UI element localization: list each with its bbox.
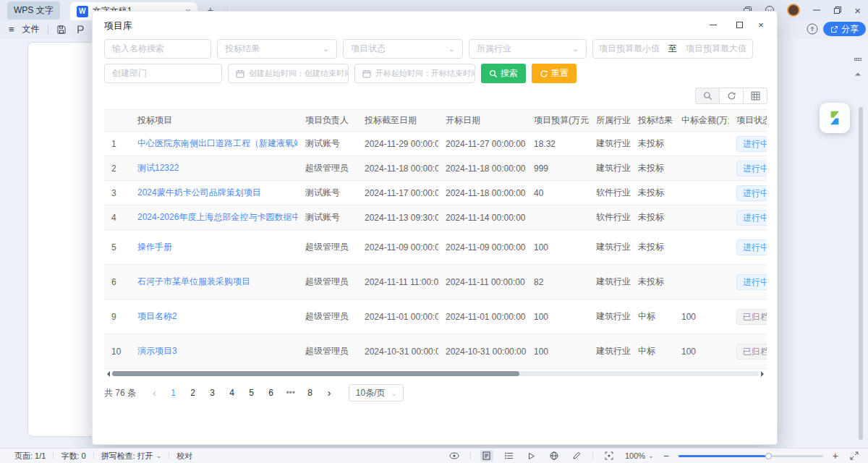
next-page-icon[interactable]: › [322, 387, 337, 399]
table-cell: 2024-11-01 00:00:00 [438, 312, 527, 322]
cloud-sync-icon[interactable] [806, 22, 819, 35]
scrollbar-thumb[interactable] [112, 371, 519, 376]
dialog-close-icon[interactable]: × [754, 18, 768, 31]
chevron-down-icon: ⌄ [391, 389, 397, 397]
window-restore-icon[interactable] [833, 6, 842, 14]
outline-view-icon[interactable] [503, 450, 516, 462]
project-link[interactable]: 2024-2026年度上海总部金控与卡园数据中心食材供应服务 [130, 211, 298, 224]
export-pdf-icon[interactable] [75, 25, 85, 35]
page-view-icon[interactable] [480, 450, 493, 462]
page-number[interactable]: 3 [205, 388, 221, 398]
create-time-placeholder: 创建起始时间：创建结束时间 [249, 68, 349, 79]
prev-page-icon[interactable]: ‹ [147, 387, 162, 399]
table-cell: 100 [527, 347, 589, 357]
table-row: 10演示项目3超级管理员2024-10-31 00:00:002024-10-3… [104, 334, 767, 369]
menu-icon[interactable]: ≡ [9, 24, 14, 35]
project-status-select[interactable]: 项目状态⌄ [343, 39, 463, 59]
chevron-down-icon: ⌄ [448, 44, 455, 54]
project-link[interactable]: 2024蒙牛奶卡公司品牌策划项目 [130, 187, 298, 199]
page-number[interactable]: 4 [224, 388, 240, 398]
budget-range-input[interactable]: 项目预算最小值 至 项目预算最大值 [592, 39, 753, 59]
total-count-label: 共 76 条 [104, 387, 136, 399]
scroll-right-icon[interactable] [761, 371, 767, 377]
dialog-maximize-icon[interactable] [732, 18, 746, 31]
play-view-icon[interactable] [525, 450, 538, 462]
page-ellipsis[interactable]: ••• [283, 388, 299, 398]
fit-page-icon[interactable] [603, 450, 616, 462]
project-link[interactable]: 石河子市某单位服装采购项目 [130, 276, 298, 288]
search-button[interactable]: 搜索 [481, 64, 526, 83]
table-cell: 2024-11-18 00:00:00 [438, 188, 527, 198]
dialog-minimize-icon[interactable] [706, 18, 720, 31]
fullscreen-icon[interactable] [848, 450, 861, 462]
table-cell: 进行中 [729, 185, 767, 201]
zoom-in-icon[interactable]: + [833, 450, 838, 462]
table-header-row: 投标项目项目负责人投标截至日期开标日期项目预算(万元)所属行业投标结果中标金额(… [104, 110, 767, 132]
column-header: 投标结果 [631, 114, 674, 127]
project-link[interactable]: 测试12322 [130, 162, 298, 174]
project-link[interactable]: 演示项目3 [130, 345, 298, 357]
save-icon[interactable] [56, 25, 67, 35]
zoom-out-icon[interactable]: − [663, 450, 669, 462]
table-columns-button[interactable] [743, 88, 767, 104]
table-cell: 82 [527, 277, 589, 287]
web-layout-icon[interactable] [548, 450, 561, 462]
status-badge: 进行中 [736, 210, 767, 226]
share-button[interactable]: 分享 [823, 22, 866, 36]
table-cell: 100 [527, 312, 589, 322]
status-badge: 进行中 [736, 136, 767, 152]
page-number[interactable]: 1 [166, 388, 182, 398]
window-close-icon[interactable]: × [854, 4, 861, 17]
scroll-left-icon[interactable] [104, 371, 110, 377]
wps-home-button[interactable]: WPS 文字 [7, 1, 60, 20]
horizontal-scrollbar[interactable] [104, 370, 767, 377]
industry-select[interactable]: 所属行业⌄ [469, 39, 587, 59]
reset-button[interactable]: 重置 [532, 64, 576, 83]
table-row: 2测试12322超级管理员2024-11-18 00:00:002024-11-… [104, 156, 767, 181]
column-header: 投标项目 [130, 114, 298, 127]
window-minimize-icon[interactable] [812, 6, 821, 14]
table-cell: 2024-11-17 00:00:00 [357, 188, 438, 198]
spellcheck-toggle[interactable]: 拼写检查: 打开⌄ [94, 451, 169, 462]
table-cell: 超级管理员 [298, 345, 357, 357]
pen-icon[interactable] [570, 450, 583, 462]
table-search-button[interactable] [695, 88, 720, 104]
assistant-app-icon[interactable] [820, 103, 850, 133]
column-header: 开标日期 [438, 114, 527, 127]
project-link[interactable]: 中心医院东南侧出口道路工程（新建液氧站侧） [130, 137, 298, 150]
status-badge: 已归档 [736, 344, 767, 360]
page-number[interactable]: 5 [244, 388, 260, 398]
page-number[interactable]: 2 [185, 388, 201, 398]
page-number[interactable]: 6 [263, 388, 279, 398]
table-cell: 3 [104, 188, 130, 198]
zoom-level[interactable]: 100%⌄ [625, 451, 654, 460]
user-avatar[interactable] [787, 4, 800, 17]
table-cell: 测试账号 [298, 211, 357, 224]
share-icon [830, 25, 838, 33]
project-link[interactable]: 操作手册 [130, 241, 298, 253]
name-search-input[interactable]: 输入名称搜索 [104, 39, 211, 59]
open-time-range-input[interactable]: 开标起始时间：开标结束时间 [354, 64, 475, 83]
status-badge: 进行中 [736, 239, 767, 255]
table-cell: 未投标 [631, 137, 674, 150]
zoom-slider[interactable] [678, 455, 823, 457]
table-cell: 未投标 [631, 187, 674, 199]
bid-result-select[interactable]: 投标结果⌄ [217, 39, 337, 59]
table-cell: 999 [527, 163, 589, 174]
table-refresh-button[interactable] [719, 88, 744, 104]
create-time-range-input[interactable]: 创建起始时间：创建结束时间 [228, 64, 349, 83]
page-number[interactable]: 8 [302, 388, 318, 398]
project-link[interactable]: 项目名称2 [130, 310, 298, 323]
proofread-button[interactable]: 校对 [169, 451, 200, 462]
dialog-title: 项目库 [104, 20, 132, 33]
ruler-toggle-icon[interactable] [854, 58, 861, 64]
department-input[interactable]: 创建部门 [104, 64, 222, 83]
page-size-select[interactable]: 10条/页 ⌄ [349, 384, 404, 402]
eye-icon[interactable] [448, 450, 461, 462]
vertical-scrollbar[interactable] [859, 107, 863, 440]
table-row: 1中心医院东南侧出口道路工程（新建液氧站侧）测试账号2024-11-29 00:… [104, 132, 767, 156]
budget-to-label: 至 [668, 43, 677, 55]
scroll-top-icon[interactable] [854, 71, 861, 77]
zoom-slider-thumb[interactable] [765, 453, 772, 459]
file-menu-button[interactable]: 文件 [22, 23, 40, 35]
